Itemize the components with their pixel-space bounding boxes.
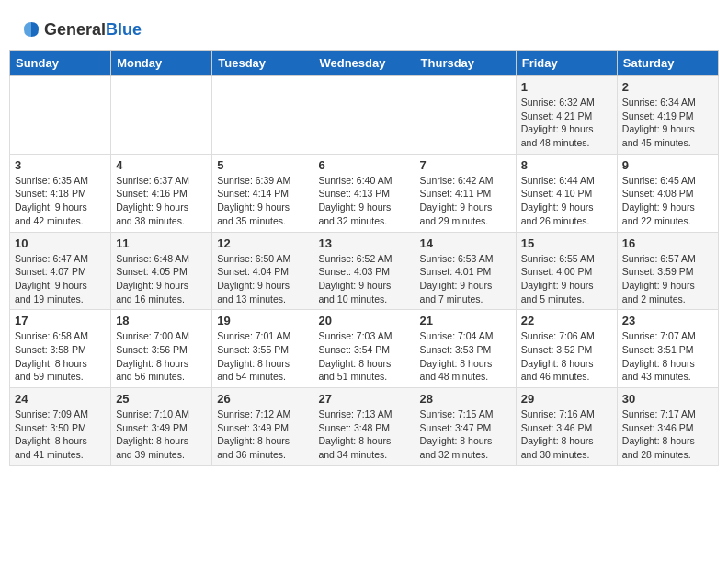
day-number: 5 [217,158,308,172]
day-info: Sunrise: 7:12 AM Sunset: 3:49 PM Dayligh… [217,408,308,462]
header-cell-saturday: Saturday [617,51,718,76]
day-number: 22 [521,314,612,327]
day-number: 6 [318,158,409,172]
day-number: 30 [622,392,713,406]
header-row: SundayMondayTuesdayWednesdayThursdayFrid… [10,51,719,76]
day-info: Sunrise: 6:47 AM Sunset: 4:07 PM Dayligh… [15,252,106,306]
day-info: Sunrise: 7:01 AM Sunset: 3:55 PM Dayligh… [217,329,308,384]
day-info: Sunrise: 6:58 AM Sunset: 3:58 PM Dayligh… [15,329,106,384]
day-info: Sunrise: 7:07 AM Sunset: 3:51 PM Dayligh… [622,329,713,384]
day-cell: 24Sunrise: 7:09 AM Sunset: 3:50 PM Dayli… [10,388,111,466]
week-row-4: 17Sunrise: 6:58 AM Sunset: 3:58 PM Dayli… [10,310,719,388]
day-info: Sunrise: 6:32 AM Sunset: 4:21 PM Dayligh… [521,96,612,150]
day-info: Sunrise: 6:45 AM Sunset: 4:08 PM Dayligh… [622,174,713,228]
day-cell: 14Sunrise: 6:53 AM Sunset: 4:01 PM Dayli… [415,232,516,310]
day-number: 17 [15,314,106,327]
day-cell: 4Sunrise: 6:37 AM Sunset: 4:16 PM Daylig… [111,154,212,232]
logo-blue: Blue [106,20,142,39]
day-number: 3 [15,158,106,172]
day-cell: 27Sunrise: 7:13 AM Sunset: 3:48 PM Dayli… [313,388,415,466]
day-cell: 9Sunrise: 6:45 AM Sunset: 4:08 PM Daylig… [617,154,718,232]
day-number: 12 [217,236,308,250]
header-cell-tuesday: Tuesday [212,51,313,76]
logo-text: General [44,20,106,39]
day-info: Sunrise: 7:09 AM Sunset: 3:50 PM Dayligh… [15,408,106,462]
day-number: 25 [116,392,207,406]
day-cell: 19Sunrise: 7:01 AM Sunset: 3:55 PM Dayli… [212,310,313,388]
header-cell-sunday: Sunday [10,51,111,76]
day-cell: 21Sunrise: 7:04 AM Sunset: 3:53 PM Dayli… [415,310,516,388]
day-info: Sunrise: 7:06 AM Sunset: 3:52 PM Dayligh… [521,329,612,384]
day-cell: 2Sunrise: 6:34 AM Sunset: 4:19 PM Daylig… [617,76,718,155]
day-number: 28 [420,392,511,406]
day-info: Sunrise: 6:55 AM Sunset: 4:00 PM Dayligh… [521,252,612,306]
day-cell: 16Sunrise: 6:57 AM Sunset: 3:59 PM Dayli… [617,232,718,310]
day-info: Sunrise: 7:00 AM Sunset: 3:56 PM Dayligh… [116,329,207,384]
week-row-3: 10Sunrise: 6:47 AM Sunset: 4:07 PM Dayli… [10,232,719,310]
day-info: Sunrise: 6:42 AM Sunset: 4:11 PM Dayligh… [420,174,511,228]
day-cell: 11Sunrise: 6:48 AM Sunset: 4:05 PM Dayli… [111,232,212,310]
day-info: Sunrise: 6:37 AM Sunset: 4:16 PM Dayligh… [116,174,207,228]
day-cell: 13Sunrise: 6:52 AM Sunset: 4:03 PM Dayli… [313,232,415,310]
day-info: Sunrise: 6:48 AM Sunset: 4:05 PM Dayligh… [116,252,207,306]
header-cell-monday: Monday [111,51,212,76]
week-row-5: 24Sunrise: 7:09 AM Sunset: 3:50 PM Dayli… [10,388,719,466]
day-cell: 23Sunrise: 7:07 AM Sunset: 3:51 PM Dayli… [617,310,718,388]
day-cell: 5Sunrise: 6:39 AM Sunset: 4:14 PM Daylig… [212,154,313,232]
day-cell: 17Sunrise: 6:58 AM Sunset: 3:58 PM Dayli… [10,310,111,388]
logo-icon [20,18,42,40]
day-info: Sunrise: 6:39 AM Sunset: 4:14 PM Dayligh… [217,174,308,228]
week-row-1: 1Sunrise: 6:32 AM Sunset: 4:21 PM Daylig… [10,76,719,155]
day-info: Sunrise: 6:50 AM Sunset: 4:04 PM Dayligh… [217,252,308,306]
day-cell [313,76,415,155]
day-cell: 12Sunrise: 6:50 AM Sunset: 4:04 PM Dayli… [212,232,313,310]
calendar: SundayMondayTuesdayWednesdayThursdayFrid… [9,50,719,466]
day-number: 20 [318,314,409,327]
day-number: 29 [521,392,612,406]
day-number: 13 [318,236,409,250]
day-info: Sunrise: 6:57 AM Sunset: 3:59 PM Dayligh… [622,252,713,306]
day-info: Sunrise: 6:35 AM Sunset: 4:18 PM Dayligh… [15,174,106,228]
day-cell: 10Sunrise: 6:47 AM Sunset: 4:07 PM Dayli… [10,232,111,310]
day-number: 15 [521,236,612,250]
day-number: 26 [217,392,308,406]
week-row-2: 3Sunrise: 6:35 AM Sunset: 4:18 PM Daylig… [10,154,719,232]
day-cell: 26Sunrise: 7:12 AM Sunset: 3:49 PM Dayli… [212,388,313,466]
day-cell [415,76,516,155]
day-cell: 3Sunrise: 6:35 AM Sunset: 4:18 PM Daylig… [10,154,111,232]
day-number: 9 [622,158,713,172]
day-cell: 22Sunrise: 7:06 AM Sunset: 3:52 PM Dayli… [516,310,617,388]
day-number: 10 [15,236,106,250]
day-cell [10,76,111,155]
day-info: Sunrise: 7:17 AM Sunset: 3:46 PM Dayligh… [622,408,713,462]
day-number: 11 [116,236,207,250]
header-cell-wednesday: Wednesday [313,51,415,76]
day-info: Sunrise: 6:52 AM Sunset: 4:03 PM Dayligh… [318,252,409,306]
day-number: 27 [318,392,409,406]
day-number: 19 [217,314,308,327]
day-cell: 28Sunrise: 7:15 AM Sunset: 3:47 PM Dayli… [415,388,516,466]
day-cell: 29Sunrise: 7:16 AM Sunset: 3:46 PM Dayli… [516,388,617,466]
day-cell: 20Sunrise: 7:03 AM Sunset: 3:54 PM Dayli… [313,310,415,388]
day-cell: 6Sunrise: 6:40 AM Sunset: 4:13 PM Daylig… [313,154,415,232]
day-cell: 25Sunrise: 7:10 AM Sunset: 3:49 PM Dayli… [111,388,212,466]
day-cell: 8Sunrise: 6:44 AM Sunset: 4:10 PM Daylig… [516,154,617,232]
day-info: Sunrise: 7:13 AM Sunset: 3:48 PM Dayligh… [318,408,409,462]
day-info: Sunrise: 6:44 AM Sunset: 4:10 PM Dayligh… [521,174,612,228]
day-cell [212,76,313,155]
day-info: Sunrise: 7:03 AM Sunset: 3:54 PM Dayligh… [318,329,409,384]
day-cell: 15Sunrise: 6:55 AM Sunset: 4:00 PM Dayli… [516,232,617,310]
day-info: Sunrise: 7:10 AM Sunset: 3:49 PM Dayligh… [116,408,207,462]
logo: GeneralBlue [18,18,142,40]
day-cell: 30Sunrise: 7:17 AM Sunset: 3:46 PM Dayli… [617,388,718,466]
day-info: Sunrise: 7:16 AM Sunset: 3:46 PM Dayligh… [521,408,612,462]
day-cell [111,76,212,155]
day-number: 1 [521,80,612,94]
day-number: 2 [622,80,713,94]
day-info: Sunrise: 7:04 AM Sunset: 3:53 PM Dayligh… [420,329,511,384]
day-info: Sunrise: 7:15 AM Sunset: 3:47 PM Dayligh… [420,408,511,462]
day-number: 16 [622,236,713,250]
day-number: 21 [420,314,511,327]
day-info: Sunrise: 6:34 AM Sunset: 4:19 PM Dayligh… [622,96,713,150]
day-cell: 1Sunrise: 6:32 AM Sunset: 4:21 PM Daylig… [516,76,617,155]
